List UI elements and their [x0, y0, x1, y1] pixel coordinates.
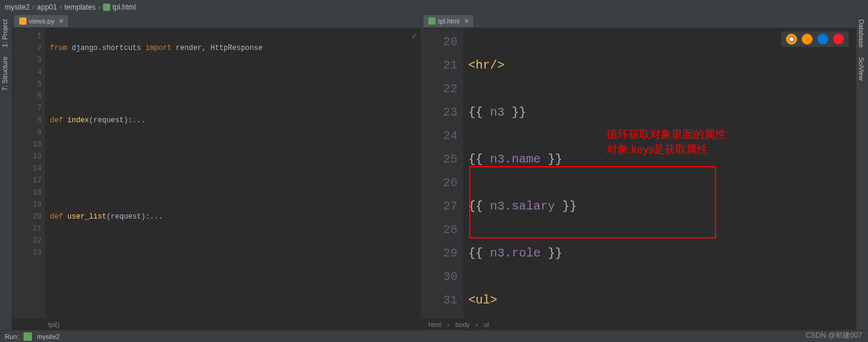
- html-file-icon: [103, 4, 110, 11]
- file-tab-label: tpl.html: [438, 17, 459, 25]
- file-tab-views[interactable]: views.py ×: [14, 15, 68, 27]
- run-label: Run:: [5, 333, 19, 340]
- run-tool-bar: Run: mysite2: [0, 330, 868, 342]
- annotation-text: 循环获取对象里面的属性 对象.keys是获取属性: [607, 127, 726, 157]
- breadcrumb-item[interactable]: mysite2: [5, 3, 30, 11]
- chevron-right-icon: ›: [32, 3, 34, 11]
- edge-icon[interactable]: [817, 34, 828, 45]
- code-content[interactable]: from django.shortcuts import render, Htt…: [45, 28, 420, 318]
- editor-breadcrumb: tpl(): [12, 318, 420, 330]
- html-file-icon: [428, 17, 436, 25]
- chevron-right-icon: ›: [98, 3, 101, 11]
- sidebar-tab-database[interactable]: Database: [857, 14, 866, 52]
- editor-breadcrumb: html › body › ul: [421, 318, 856, 330]
- left-editor-pane: views.py × 12345678910131417181920212223…: [12, 14, 421, 330]
- breadcrumb-item[interactable]: templates: [64, 3, 96, 11]
- run-config-icon: [23, 332, 32, 341]
- sidebar-tab-project[interactable]: 1: Project: [0, 14, 10, 52]
- firefox-icon[interactable]: [802, 34, 813, 45]
- file-tab-tpl[interactable]: tpl.html ×: [423, 15, 473, 27]
- code-editor[interactable]: 12345678910131417181920212223 from djang…: [12, 28, 420, 318]
- close-icon[interactable]: ×: [464, 17, 469, 25]
- watermark: CSDN @郑建007: [805, 331, 862, 341]
- right-editor-pane: tpl.html × 202122232425262728293031 <hr/…: [421, 14, 856, 330]
- chevron-right-icon: ›: [60, 3, 62, 11]
- tab-bar: tpl.html ×: [421, 14, 856, 28]
- code-editor[interactable]: 202122232425262728293031 <hr/> {{ n3 }} …: [421, 28, 856, 318]
- annotation-box: [469, 166, 716, 238]
- editor-split: views.py × 12345678910131417181920212223…: [12, 14, 856, 330]
- sidebar-tab-structure[interactable]: 7: Structure: [0, 52, 10, 96]
- run-config-name[interactable]: mysite2: [37, 333, 60, 340]
- context-crumb[interactable]: ul: [484, 321, 489, 328]
- check-icon: ✓: [412, 30, 417, 42]
- context-crumb[interactable]: html: [428, 321, 441, 328]
- opera-icon[interactable]: [833, 34, 844, 45]
- context-crumb[interactable]: body: [455, 321, 470, 328]
- chrome-icon[interactable]: [786, 34, 797, 45]
- chevron-right-icon: ›: [476, 321, 478, 328]
- breadcrumb-item[interactable]: app01: [37, 3, 57, 11]
- browser-preview-icons: [781, 31, 849, 47]
- sidebar-tab-sciview[interactable]: SciView: [857, 52, 866, 86]
- chevron-right-icon: ›: [447, 321, 449, 328]
- line-gutter: 12345678910131417181920212223: [12, 28, 45, 318]
- right-tool-sidebar: Database SciView: [856, 14, 868, 330]
- context-crumb[interactable]: tpl(): [48, 321, 60, 328]
- file-tab-label: views.py: [29, 17, 54, 25]
- close-icon[interactable]: ×: [59, 17, 63, 25]
- left-tool-sidebar: 1: Project 7: Structure: [0, 14, 12, 330]
- breadcrumb-bar: mysite2 › app01 › templates › tpl.html: [0, 0, 868, 14]
- line-gutter: 202122232425262728293031: [421, 28, 463, 318]
- tab-bar: views.py ×: [12, 14, 420, 28]
- python-file-icon: [19, 17, 27, 25]
- breadcrumb-item[interactable]: tpl.html: [113, 3, 136, 11]
